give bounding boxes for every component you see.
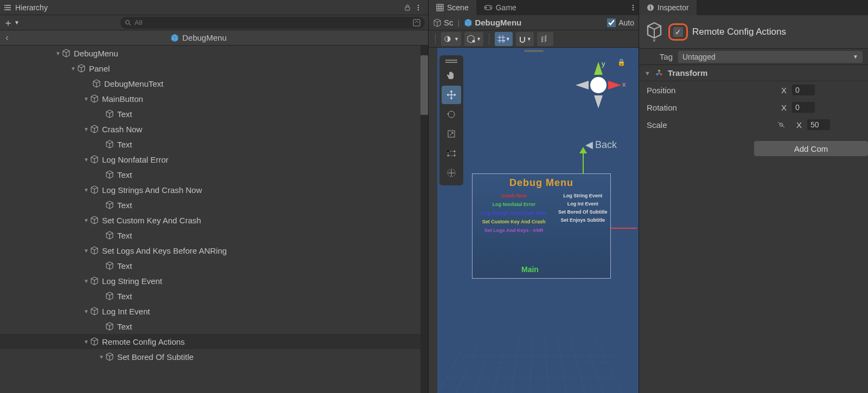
tree-row[interactable]: Text (0, 228, 428, 243)
rotation-label: Rotation (647, 103, 771, 112)
tree-row[interactable]: ▼DebugMenu (0, 46, 428, 61)
snap-button[interactable]: ▼ (516, 32, 534, 46)
tree-row[interactable]: Text (0, 319, 428, 334)
rotate-tool-button[interactable] (442, 105, 461, 124)
search-box[interactable] (120, 17, 425, 29)
scene-crumb-b[interactable]: DebugMenu (464, 18, 521, 27)
auto-check-input[interactable] (607, 18, 616, 27)
tree-row[interactable]: ▼Log Nonfatal Error (0, 152, 428, 167)
debug-item[interactable]: Log Strings And Crash Now (482, 210, 546, 216)
toolbar-grip-icon[interactable] (442, 59, 461, 64)
link-constrain-icon[interactable] (777, 121, 786, 128)
scrollbar[interactable] (420, 46, 428, 393)
tree-row[interactable]: ▼Remote Config Actions (0, 334, 428, 349)
debug-item[interactable]: Set Logs And Keys - ANR (484, 228, 544, 233)
tree-row[interactable]: Text (0, 258, 428, 273)
increment-snap-button[interactable] (537, 32, 553, 46)
kebab-icon[interactable] (413, 2, 424, 13)
back-button[interactable]: ◀ Back (585, 139, 617, 151)
expand-arrow-icon[interactable]: ▼ (82, 339, 90, 345)
scrollbar-thumb[interactable] (420, 55, 428, 115)
gameobject-cube-icon (90, 185, 99, 194)
tree-row[interactable]: Text (0, 288, 428, 304)
tree-row[interactable]: DebugMenuText (0, 76, 428, 91)
object-name-field[interactable]: Remote Config Actions (692, 27, 786, 37)
tree-row[interactable]: ▼Crash Now (0, 121, 428, 137)
tree-row[interactable]: ▼Log Strings And Crash Now (0, 182, 428, 197)
expand-arrow-icon[interactable]: ▼ (54, 50, 62, 56)
tree-row[interactable]: ▼Set Logs And Keys Before ANRing (0, 243, 428, 258)
expand-arrow-icon[interactable]: ▼ (82, 308, 90, 314)
move-tool-button[interactable] (442, 86, 461, 104)
debug-item[interactable]: Log Int Event (567, 201, 598, 207)
floating-toolbar[interactable] (439, 55, 463, 185)
scene-viewport[interactable]: y x 🔒 ◀ Back Debug Menu Crash Now Log No… (429, 48, 639, 393)
auto-checkbox[interactable]: Auto (607, 18, 634, 27)
object-cube-icon[interactable] (644, 21, 664, 40)
gizmo-lock-icon[interactable]: 🔒 (617, 59, 626, 66)
tree-row[interactable]: Text (0, 197, 428, 212)
search-input[interactable] (135, 18, 410, 27)
expand-arrow-icon[interactable]: ▼ (82, 217, 90, 223)
tree-row[interactable]: ▼Log Int Event (0, 304, 428, 319)
kebab-icon[interactable] (628, 2, 639, 13)
drag-handle[interactable] (524, 50, 544, 52)
expand-arrow-icon[interactable]: ▼ (82, 157, 90, 163)
debug-item[interactable]: Crash Now (501, 193, 527, 198)
tree-row[interactable]: ▼Panel (0, 61, 428, 76)
grid-icon (436, 4, 444, 11)
gameobject-cube-icon (105, 261, 114, 270)
breadcrumb-item[interactable]: DebugMenu (170, 33, 227, 42)
shaded-mode-button[interactable]: ▼ (441, 32, 461, 46)
expand-arrow-icon[interactable]: ▼ (82, 278, 90, 284)
draw-mode-button[interactable]: ▼ (464, 32, 483, 46)
expand-arrow-icon[interactable]: ▼ (82, 126, 90, 132)
hand-tool-button[interactable] (442, 66, 461, 85)
object-active-checkbox[interactable]: ✓ (673, 27, 683, 37)
expand-arrow-icon[interactable]: ▼ (82, 187, 90, 193)
hierarchy-title: Hierarchy (4, 3, 48, 12)
hierarchy-tree[interactable]: ▼DebugMenu▼PanelDebugMenuText▼MainButton… (0, 46, 428, 393)
tree-row[interactable]: Text (0, 106, 428, 121)
expand-arrow-icon[interactable]: ▼ (82, 96, 90, 102)
expand-icon[interactable] (413, 19, 420, 27)
tree-row[interactable]: ▼Log String Event (0, 273, 428, 288)
tab-game[interactable]: Game (476, 0, 524, 15)
tree-row[interactable]: Text (0, 167, 428, 182)
rotation-x-field[interactable]: 0 (792, 102, 815, 113)
svg-point-21 (448, 151, 449, 152)
rect-tool-button[interactable] (442, 144, 461, 163)
tab-scene[interactable]: Scene (429, 0, 476, 15)
tab-inspector[interactable]: i Inspector (639, 0, 697, 15)
tree-row[interactable]: Text (0, 137, 428, 152)
debug-item[interactable]: Set Bored Of Subtitle (558, 209, 608, 215)
chevron-down-icon[interactable]: ▼ (652, 38, 657, 43)
scale-x-field[interactable]: 50 (807, 119, 830, 130)
tag-row: Tag Untagged ▼ (639, 49, 868, 65)
debug-item[interactable]: Log String Event (563, 193, 602, 198)
scene-crumb-a[interactable]: Sc (433, 18, 454, 27)
debug-item[interactable]: Set Enjoys Subtitle (560, 217, 605, 223)
tree-item-label: Text (117, 231, 132, 240)
scale-tool-button[interactable] (442, 125, 461, 143)
expand-arrow-icon[interactable]: ▼ (98, 354, 105, 360)
tree-row[interactable]: ▼Set Bored Of Subtitle (0, 349, 428, 364)
debug-item[interactable]: Log Nonfatal Error (492, 202, 535, 207)
back-chevron-icon[interactable]: ‹ (5, 32, 9, 43)
position-x-field[interactable]: 0 (792, 85, 815, 95)
tree-row[interactable]: ▼Set Custom Key And Crash (0, 212, 428, 228)
expand-arrow-icon[interactable]: ▼ (69, 66, 77, 72)
transform-tool-button[interactable] (442, 164, 461, 182)
transform-component-header[interactable]: ▼ Transform (639, 65, 868, 81)
tree-item-label: Set Custom Key And Crash (102, 216, 201, 225)
orientation-gizmo[interactable]: y x 🔒 (566, 56, 631, 121)
grid-toggle-button[interactable]: Y▼ (495, 32, 513, 46)
debug-item[interactable]: Set Custom Key And Crash (482, 219, 546, 224)
add-component-button[interactable]: Add Com (754, 141, 868, 156)
lock-icon[interactable] (402, 2, 413, 13)
expand-arrow-icon[interactable]: ▼ (82, 248, 90, 254)
debug-main-button[interactable]: Main (521, 265, 539, 274)
tag-dropdown[interactable]: Untagged ▼ (678, 51, 863, 63)
tree-row[interactable]: ▼MainButton (0, 91, 428, 106)
add-button[interactable]: ＋ ▼ (3, 16, 20, 29)
